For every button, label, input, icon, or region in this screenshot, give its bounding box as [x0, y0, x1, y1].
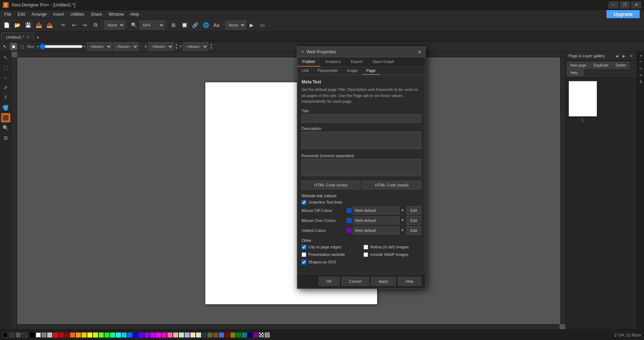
swatch-orange[interactable]	[70, 332, 75, 337]
swatch-red[interactable]	[53, 332, 58, 337]
mouse-off-color-select[interactable]: Web default ▼	[347, 207, 404, 214]
swatch-darkgreen[interactable]	[236, 332, 241, 337]
edge-colors[interactable]: C	[638, 66, 644, 72]
rectangle-tool[interactable]: ⬚	[1, 63, 10, 72]
bg-color-1[interactable]	[9, 332, 14, 337]
edge-layers[interactable]: L	[638, 59, 644, 65]
grid-tool[interactable]: ⊞	[1, 133, 10, 142]
edge-styles[interactable]: S	[638, 72, 644, 78]
swatch-black[interactable]	[30, 332, 35, 337]
y-down-arrow[interactable]: ▼	[210, 47, 213, 50]
new-button[interactable]: 📄	[1, 20, 11, 30]
swatch-olive[interactable]	[208, 332, 213, 337]
swatch-purple1[interactable]	[145, 332, 150, 337]
html-body-button[interactable]: HTML Code (body)	[302, 181, 360, 189]
subtab-page[interactable]: Page	[362, 67, 380, 75]
link-button[interactable]: 🔗	[190, 20, 200, 30]
export-button[interactable]: 📤	[44, 20, 54, 30]
help-footer-button[interactable]: Help	[398, 277, 421, 286]
text-tool[interactable]: T	[1, 93, 10, 102]
menu-utilities[interactable]: Utilities	[68, 11, 87, 18]
menu-edit[interactable]: Edit	[15, 11, 28, 18]
cut-button[interactable]: ✂	[58, 20, 68, 30]
mouse-over-value[interactable]: Web default	[353, 217, 399, 224]
pen-tool[interactable]: ✐	[1, 83, 10, 92]
mouse-off-chevron[interactable]: ▼	[401, 208, 404, 212]
swatch-pink1[interactable]	[162, 332, 167, 337]
close-button[interactable]: ✕	[631, 1, 641, 9]
swatch-lightpink[interactable]	[173, 332, 178, 337]
text-button[interactable]: Aa	[211, 20, 221, 30]
save-button[interactable]: 💾	[23, 20, 33, 30]
selector-tool-small[interactable]: ↖	[1, 43, 9, 50]
panel-collapse-left[interactable]: ◀	[614, 53, 620, 59]
tab-analytics[interactable]: Analytics	[320, 57, 346, 67]
subtab-image[interactable]: Image	[342, 67, 362, 75]
swatch-darkgray[interactable]	[202, 332, 207, 337]
page-1-thumbnail[interactable]	[569, 81, 597, 117]
open-button[interactable]: 📂	[12, 20, 22, 30]
swatch-royalblue[interactable]	[219, 332, 224, 337]
horizontal-scrollbar[interactable]	[17, 324, 560, 329]
mouse-off-edit-button[interactable]: Edit	[406, 206, 421, 215]
apply-button[interactable]: Apply	[371, 277, 396, 286]
swatch-maroon[interactable]	[225, 332, 230, 337]
swatch-purple[interactable]	[150, 332, 155, 337]
web-button[interactable]: 🌐	[201, 20, 211, 30]
none-field1[interactable]: <None>	[87, 42, 112, 51]
webp-checkbox[interactable]	[364, 252, 368, 257]
delete-button[interactable]: Delete	[613, 62, 629, 69]
mouse-over-chevron[interactable]: ▼	[401, 218, 404, 222]
add-tab-button[interactable]: +	[34, 33, 42, 41]
dialog-close-button[interactable]: ✕	[418, 49, 422, 55]
shapes-checkbox[interactable]	[302, 260, 306, 264]
subtab-placeholder[interactable]: Placeholder	[313, 67, 342, 75]
retina-checkbox[interactable]	[364, 245, 368, 249]
none-select2[interactable]: None	[225, 21, 246, 29]
edge-web[interactable]: W	[638, 79, 644, 84]
swatch-lime[interactable]	[93, 332, 98, 337]
swatch-green[interactable]	[104, 332, 109, 337]
swatch-yellow1[interactable]	[82, 332, 87, 337]
swatch-peach[interactable]	[190, 332, 195, 337]
redo-button[interactable]: ↪	[80, 20, 90, 30]
visited-edit-button[interactable]: Edit	[406, 226, 421, 235]
bg-color-2[interactable]	[16, 332, 21, 337]
swatch-white[interactable]	[36, 332, 41, 337]
import-button[interactable]: 📥	[34, 20, 44, 30]
swatch-magenta[interactable]	[156, 332, 161, 337]
restore-button[interactable]: ❐	[620, 1, 630, 9]
swatch-lightblue[interactable]	[185, 332, 190, 337]
undo-button[interactable]: ↩	[69, 20, 79, 30]
ok-button[interactable]: OK	[319, 277, 340, 286]
mouse-off-value[interactable]: Web default	[353, 207, 399, 214]
tab-close-button[interactable]: ✕	[26, 35, 29, 39]
x-down-arrow[interactable]: ▼	[175, 47, 178, 50]
fill-tool-small[interactable]: ■	[10, 43, 17, 50]
subtab-link[interactable]: Link	[297, 67, 313, 75]
keywords-input[interactable]	[302, 159, 421, 176]
document-tab[interactable]: Untitled1 * ✕	[1, 33, 34, 41]
y-value[interactable]: <None>	[183, 42, 208, 51]
visited-color-select[interactable]: Web default ▼	[347, 227, 404, 234]
snap-button[interactable]: 🔲	[179, 20, 189, 30]
swatch-outlined[interactable]	[265, 332, 270, 337]
swatch-navy[interactable]	[248, 332, 253, 337]
swatch-silver[interactable]	[47, 332, 52, 337]
y-up-arrow[interactable]: ▲	[210, 43, 213, 46]
swatch-orange2[interactable]	[76, 332, 81, 337]
menu-file[interactable]: File	[1, 11, 14, 18]
rect-button[interactable]: ▭	[257, 20, 267, 30]
zoom-tool[interactable]: 🔍	[1, 123, 10, 132]
swatch-darkred[interactable]	[59, 332, 64, 337]
underline-checkbox[interactable]	[302, 200, 306, 205]
ellipse-tool[interactable]: ○	[1, 73, 10, 82]
swatch-skyblue[interactable]	[122, 332, 127, 337]
cancel-button[interactable]: Cancel	[342, 277, 369, 286]
none-select[interactable]: None	[104, 21, 125, 29]
new-page-button[interactable]: New page	[567, 62, 590, 69]
tab-open-graph[interactable]: Open Graph	[367, 57, 399, 67]
mouse-over-color-select[interactable]: Web default ▼	[347, 217, 404, 224]
arrow-right[interactable]: ▶	[247, 20, 257, 30]
duplicate-button[interactable]: Duplicate	[590, 62, 612, 69]
